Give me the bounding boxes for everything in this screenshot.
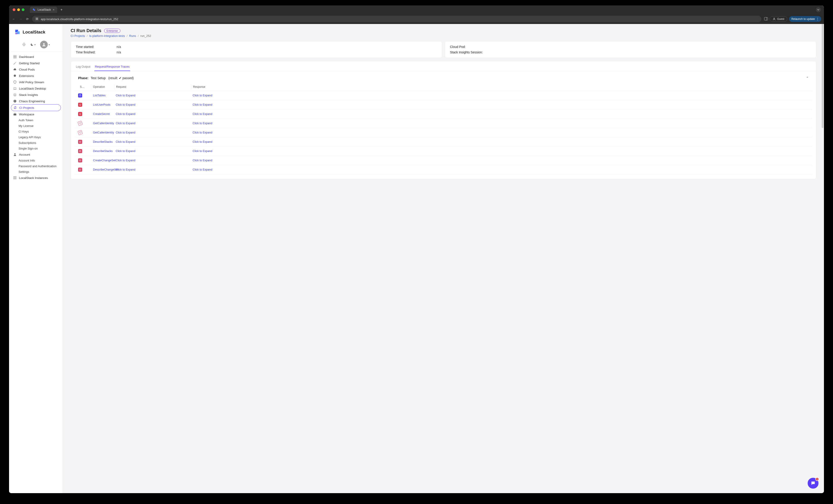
sidebar-item-extensions[interactable]: Extensions	[11, 73, 61, 79]
sidebar-item-stack-insights[interactable]: Stack Insights	[11, 92, 61, 98]
time-finished-label: Time finished:	[76, 50, 117, 54]
expand-response-link[interactable]: Click to Expand	[193, 94, 317, 97]
expand-response-link[interactable]: Click to Expand	[193, 159, 317, 162]
sidebar-item-instances[interactable]: LocalStack Instances	[11, 175, 61, 181]
operation-link[interactable]: ListUserPools	[91, 103, 116, 106]
app-viewport: LocalStack ▾ ▾	[9, 24, 317, 192]
sidebar-item-cloud-pods[interactable]: Cloud Pods	[11, 66, 61, 73]
table-row: GetCallerIdentityClick to ExpandClick to…	[74, 119, 317, 128]
table-row: ListTablesClick to ExpandClick to Expand	[74, 91, 317, 100]
site-settings-icon[interactable]	[35, 17, 39, 21]
sidebar-item-account[interactable]: Account	[11, 151, 61, 158]
page-header: CI Run Details Enterprise CI Projects / …	[71, 28, 317, 37]
sidebar-item-desktop[interactable]: LocalStack Desktop	[11, 85, 61, 92]
sidebar-sub-item[interactable]: Legacy API Keys	[11, 134, 61, 140]
back-button[interactable]: ←	[12, 17, 16, 21]
person-icon	[13, 153, 17, 156]
main-content: CI Run Details Enterprise CI Projects / …	[63, 24, 317, 192]
expand-request-link[interactable]: Click to Expand	[116, 122, 193, 125]
col-header-operation: Operation	[91, 84, 114, 90]
reload-button[interactable]: ⟳	[25, 17, 29, 21]
sidebar-sub-item[interactable]: Settings	[11, 169, 61, 175]
timing-card: Time started: n/a Time finished: n/a	[71, 41, 317, 58]
svg-rect-17	[14, 87, 16, 89]
tab-request-response-traces[interactable]: Request/Response Traces	[94, 64, 130, 71]
sidebar-sub-item[interactable]: Account Info	[11, 158, 61, 163]
phase-header[interactable]: Phase: Test Setup (result: ✔ passed) ⌃	[71, 71, 317, 83]
phase-label: Phase:	[78, 76, 89, 80]
dashboard-icon	[13, 55, 17, 58]
sidebar-top-actions: ▾ ▾	[9, 39, 63, 52]
table-row: DescribeStacksClick to ExpandClick to Ex…	[74, 137, 317, 147]
expand-request-link[interactable]: Click to Expand	[116, 131, 193, 134]
svg-rect-13	[14, 55, 15, 56]
operation-link[interactable]: GetCallerIdentity	[91, 122, 116, 125]
operation-link[interactable]: CreateChangeSet	[91, 159, 116, 162]
new-tab-button[interactable]: +	[59, 8, 64, 12]
puzzle-icon	[13, 74, 17, 78]
sidebar-item-ci-projects[interactable]: CI Projects	[11, 104, 61, 111]
table-row: ListUserPoolsClick to ExpandClick to Exp…	[74, 100, 317, 109]
forward-button[interactable]: →	[19, 17, 23, 21]
expand-request-link[interactable]: Click to Expand	[116, 103, 193, 106]
sidebar-sub-item[interactable]: CI Keys	[11, 129, 61, 134]
nav-label: Chaos Engineering	[19, 100, 45, 103]
tab-log-output[interactable]: Log Output	[75, 64, 91, 71]
browser-tab[interactable]: LocalStack ×	[30, 6, 57, 13]
svg-rect-21	[15, 102, 15, 102]
brand[interactable]: LocalStack	[9, 24, 63, 39]
expand-request-link[interactable]: Click to Expand	[116, 94, 193, 97]
expand-request-link[interactable]: Click to Expand	[116, 168, 193, 171]
operation-link[interactable]: GetCallerIdentity	[91, 131, 116, 134]
operation-link[interactable]: DescribeChangeSet	[91, 168, 116, 171]
breadcrumb-project[interactable]: ls-platform-integration-tests	[89, 34, 125, 37]
breadcrumb-ci-projects[interactable]: CI Projects	[71, 34, 85, 37]
sidebar-item-dashboard[interactable]: Dashboard	[11, 54, 61, 60]
nav-label: Workspace	[19, 112, 34, 116]
sidebar-sub-item[interactable]: Single Sign-on	[11, 146, 61, 151]
sidebar-sub-item[interactable]: My License	[11, 123, 61, 129]
expand-request-link[interactable]: Click to Expand	[116, 150, 193, 153]
sidebar-item-getting-started[interactable]: Getting Started	[11, 60, 61, 66]
service-cloudformation-icon	[78, 168, 82, 172]
breadcrumb-runs[interactable]: Runs	[129, 34, 136, 37]
sidebar-item-iam-policy-stream[interactable]: IAM Policy Stream	[11, 79, 61, 85]
maximize-window-button[interactable]	[22, 8, 24, 11]
table-row: CreateChangeSetClick to ExpandClick to E…	[74, 156, 317, 165]
account-menu[interactable]: ▾	[40, 41, 50, 48]
nav-label: Dashboard	[19, 55, 34, 58]
sidebar-sub-item[interactable]: Auth Token	[11, 118, 61, 123]
time-finished-value: n/a	[117, 50, 121, 54]
svg-point-32	[15, 178, 15, 179]
tab-close-icon[interactable]: ×	[53, 8, 54, 11]
expand-response-link[interactable]: Click to Expand	[193, 150, 317, 153]
service-cloudformation-icon	[78, 158, 82, 162]
sidebar-sub-item[interactable]: Password and Authentication	[11, 163, 61, 169]
operation-link[interactable]: DescribeStacks	[91, 150, 116, 153]
svg-rect-2	[36, 18, 37, 19]
operation-link[interactable]: ListTables	[91, 94, 116, 97]
cloud-icon	[13, 68, 17, 71]
operation-link[interactable]: CreateSecret	[91, 112, 116, 116]
expand-request-link[interactable]: Click to Expand	[116, 140, 193, 144]
sidebar-sub-item[interactable]: Subscriptions	[11, 140, 61, 146]
operation-link[interactable]: DescribeStacks	[91, 140, 116, 144]
expand-response-link[interactable]: Click to Expand	[193, 140, 317, 144]
expand-response-link[interactable]: Click to Expand	[193, 103, 317, 106]
close-window-button[interactable]	[13, 8, 16, 11]
sidebar-item-workspace[interactable]: Workspace	[11, 111, 61, 118]
expand-response-link[interactable]: Click to Expand	[193, 112, 317, 116]
url-input[interactable]: app.localstack.cloud/ci/ls-platform-inte…	[32, 16, 317, 22]
expand-request-link[interactable]: Click to Expand	[116, 159, 193, 162]
sidebar-item-chaos-engineering[interactable]: Chaos Engineering	[11, 98, 61, 104]
minimize-window-button[interactable]	[17, 8, 20, 11]
svg-rect-15	[14, 57, 15, 58]
expand-response-link[interactable]: Click to Expand	[193, 131, 317, 134]
alert-icon	[13, 99, 17, 103]
expand-request-link[interactable]: Click to Expand	[116, 112, 193, 116]
expand-response-link[interactable]: Click to Expand	[193, 168, 317, 171]
theme-toggle[interactable]: ▾	[30, 43, 35, 46]
expand-response-link[interactable]: Click to Expand	[193, 122, 317, 125]
window-controls	[11, 8, 26, 11]
notifications-button[interactable]	[22, 43, 26, 46]
